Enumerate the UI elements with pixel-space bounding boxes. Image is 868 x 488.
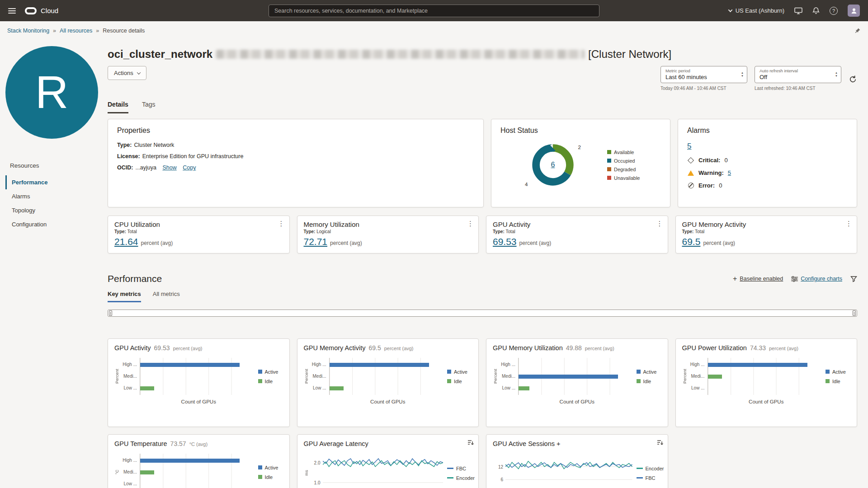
stepper-icon[interactable] [741,71,744,78]
chart-x-axis-label: Count of GPUs [304,399,472,404]
alarm-label: Error: [698,182,715,189]
host-total-link[interactable]: 6 [551,161,555,169]
chart-x-axis-label: Count of GPUs [114,399,283,404]
metric-period-select[interactable]: Metric period Last 60 minutes [660,66,747,83]
chart-plot [505,454,632,488]
chart-unit: °C (avg) [189,441,208,447]
legend-item-idle: Idle [258,379,283,384]
alarms-total-link[interactable]: 5 [687,142,691,151]
alarm-count: 0 [719,182,722,189]
tab-details[interactable]: Details [108,101,128,113]
chart-card-gpu-activity: GPU Activity69.53percent (avg)PercentHig… [108,338,290,427]
legend-label: Idle [643,379,651,384]
tab-key-metrics[interactable]: Key metrics [108,291,141,302]
legend-swatch [637,468,643,469]
kebab-menu-icon[interactable]: ⋮ [467,220,474,228]
legend-item-idle: Idle [637,379,661,384]
breadcrumb-link-all-resources[interactable]: All resources [60,28,92,34]
brand-label: Cloud [41,7,58,14]
metric-card-title: GPU Memory Activity [682,221,851,228]
oracle-logo-icon [25,7,37,14]
chart-plot [329,358,443,395]
line-series-encoder [323,460,443,466]
property-license: License:Enterprise Edition for GPU infra… [117,153,474,160]
actions-button-label: Actions [114,70,133,76]
metric-value-link[interactable]: 21.64 [114,236,138,247]
global-search-input[interactable] [269,5,599,17]
configure-charts-label: Configure charts [801,276,842,282]
legend-label: Encoder [456,475,475,481]
host-status-legend: AvailableOccupiedDegradedUnavailable [607,150,640,181]
slider-handle-left[interactable] [109,310,112,316]
chart-x-axis-label: Count of GPUs [682,399,851,404]
show-ocid-link[interactable]: Show [162,164,176,171]
actions-button[interactable]: Actions [108,66,146,80]
sort-icon[interactable] [657,439,663,447]
legend-swatch [258,475,262,479]
legend-item-encoder: Encoder [447,475,472,481]
chart-category-label: Medi... [121,466,137,478]
oracle-cloud-logo[interactable]: Cloud [25,7,58,14]
pin-icon[interactable] [854,28,861,34]
chart-y-tick: 2.0 [314,460,321,465]
sidebar-item-configuration[interactable]: Configuration [5,217,108,231]
chart-y-axis-label: Percent [304,358,310,395]
tab-all-metrics[interactable]: All metrics [153,291,180,302]
filter-icon[interactable] [850,276,857,282]
refresh-button[interactable] [849,69,857,91]
kebab-menu-icon[interactable]: ⋮ [656,220,663,228]
baseline-enabled-link[interactable]: + Baseline enabled [733,276,783,282]
stepper-icon[interactable] [835,71,838,78]
chart-unit: percent (avg) [769,346,798,351]
metric-value-link[interactable]: 69.5 [682,236,701,247]
metric-card-gpu-memory-activity: ⋮GPU Memory ActivityType: Total69.5perce… [675,216,858,253]
legend-item-fbc: FBC [447,466,472,471]
legend-item-available: Available [607,150,640,155]
chart-title: GPU Active Sessions + [493,440,561,447]
alarm-count: 0 [724,157,727,164]
bar-active [140,363,240,367]
legend-swatch [826,370,830,374]
legend-swatch [258,379,262,383]
metric-card-title: GPU Activity [493,221,661,228]
help-icon[interactable] [830,7,838,15]
metric-card-title: CPU Utilization [114,221,283,228]
region-selector[interactable]: US East (Ashburn) [729,7,784,14]
error-icon [688,183,694,188]
alarm-rows: Critical:0Warning:5Error:0 [687,157,848,189]
sidebar-item-performance[interactable]: Performance [5,175,108,189]
copy-ocid-link[interactable]: Copy [183,164,196,171]
kebab-menu-icon[interactable]: ⋮ [845,220,852,228]
tab-tags[interactable]: Tags [142,101,156,113]
notifications-bell-icon[interactable] [812,7,820,14]
chart-unit: percent (avg) [173,346,203,351]
user-avatar[interactable] [848,5,860,17]
sidebar-item-topology[interactable]: Topology [5,203,108,217]
legend-label: Occupied [614,158,635,164]
chart-y-tick: 12 [498,464,503,469]
sort-icon[interactable] [467,439,474,447]
property-label: License: [117,153,140,160]
menu-icon[interactable] [8,8,16,14]
sidebar-item-alarms[interactable]: Alarms [5,189,108,203]
alarms-card: Alarms 5 Critical:0Warning:5Error:0 [678,119,857,207]
region-label: US East (Ashburn) [736,7,784,14]
auto-refresh-select[interactable]: Auto refresh interval Off [755,66,841,83]
cloud-shell-icon[interactable] [794,7,802,14]
kebab-menu-icon[interactable]: ⋮ [278,220,285,228]
alarm-count[interactable]: 5 [728,169,731,176]
slider-handle-right[interactable] [853,310,856,316]
breadcrumb-link-stack-monitoring[interactable]: Stack Monitoring [7,28,49,34]
legend-swatch [258,465,262,469]
legend-swatch [607,167,611,171]
metric-value-link[interactable]: 72.71 [304,236,328,247]
chart-card-gpu-power-utilization: GPU Power Utilization74.33percent (avg)P… [675,338,858,427]
chart-category-label: Medi... [121,371,137,382]
legend-swatch [447,370,451,374]
time-range-slider[interactable] [108,310,857,317]
configure-charts-link[interactable]: Configure charts [791,276,842,282]
legend-swatch [607,150,611,154]
metric-value-link[interactable]: 69.53 [493,236,517,247]
legend-swatch [447,468,453,469]
chart-plot [708,358,822,395]
